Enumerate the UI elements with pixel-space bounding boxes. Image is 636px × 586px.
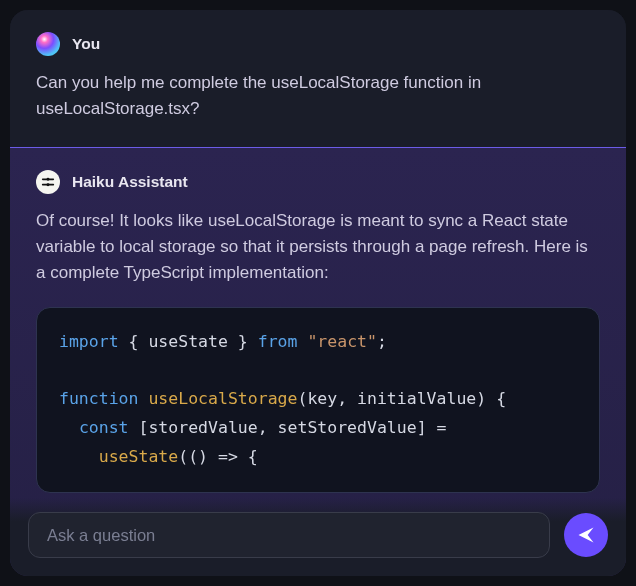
input-row	[10, 498, 626, 576]
svg-point-3	[47, 183, 50, 186]
user-avatar-icon	[36, 32, 60, 56]
code-token	[138, 389, 148, 408]
code-token: storedValue	[148, 418, 257, 437]
code-token: "react"	[307, 332, 377, 351]
code-token: useState	[138, 332, 237, 351]
code-token: (	[297, 389, 307, 408]
code-token	[59, 447, 99, 466]
code-token: setStoredValue	[278, 418, 417, 437]
code-token: ,	[258, 418, 278, 437]
code-token: {	[129, 332, 139, 351]
code-token	[59, 418, 79, 437]
code-token: useState	[99, 447, 178, 466]
assistant-avatar-icon	[36, 170, 60, 194]
code-token: ,	[337, 389, 357, 408]
send-icon	[576, 525, 596, 545]
user-sender-label: You	[72, 35, 100, 53]
assistant-message-text: Of course! It looks like useLocalStorage…	[36, 208, 600, 287]
code-token	[297, 332, 307, 351]
svg-point-2	[47, 178, 50, 181]
code-token: ] =	[417, 418, 447, 437]
code-token	[119, 332, 129, 351]
code-token: function	[59, 389, 138, 408]
code-token: )	[476, 389, 486, 408]
code-token: initialValue	[357, 389, 476, 408]
code-token: key	[307, 389, 337, 408]
code-token: useLocalStorage	[148, 389, 297, 408]
user-message-header: You	[36, 32, 600, 56]
assistant-sender-label: Haiku Assistant	[72, 173, 188, 191]
assistant-message-header: Haiku Assistant	[36, 170, 600, 194]
send-button[interactable]	[564, 513, 608, 557]
code-token: {	[486, 389, 506, 408]
code-token: from	[258, 332, 298, 351]
user-message: You Can you help me complete the useLoca…	[10, 10, 626, 147]
code-token: import	[59, 332, 119, 351]
code-token: (() => {	[178, 447, 257, 466]
code-token: [	[129, 418, 149, 437]
user-message-text: Can you help me complete the useLocalSto…	[36, 70, 600, 123]
ask-input[interactable]	[28, 512, 550, 558]
code-token	[248, 332, 258, 351]
code-token: ;	[377, 332, 387, 351]
chat-panel: You Can you help me complete the useLoca…	[10, 10, 626, 576]
code-token: const	[79, 418, 129, 437]
message-list: You Can you help me complete the useLoca…	[10, 10, 626, 576]
code-token: }	[238, 332, 248, 351]
code-block[interactable]: import { useState } from "react"; functi…	[36, 307, 600, 493]
